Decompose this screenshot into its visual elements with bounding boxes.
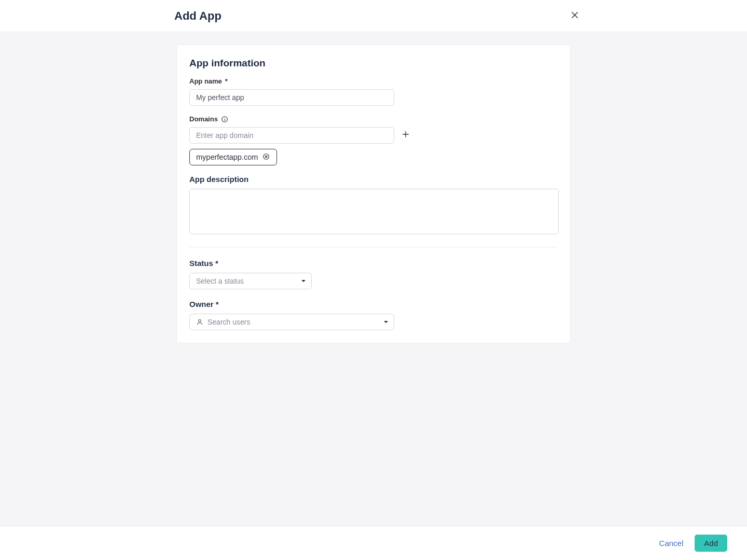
status-placeholder: Select a status <box>196 277 244 285</box>
close-icon <box>570 10 579 22</box>
required-marker: * <box>225 77 228 85</box>
svg-point-4 <box>224 117 225 118</box>
chevron-down-icon <box>383 317 389 327</box>
field-description: App description <box>189 175 558 236</box>
page-header: Add App <box>0 0 747 32</box>
domain-chip: myperfectapp.com <box>189 149 277 165</box>
footer-bar: Cancel Add <box>0 526 747 560</box>
owner-placeholder: Search users <box>208 318 250 326</box>
field-app-name: App name * <box>189 77 558 106</box>
cancel-button[interactable]: Cancel <box>659 539 684 548</box>
app-name-input[interactable] <box>189 89 394 106</box>
add-domain-button[interactable] <box>400 130 411 141</box>
info-icon[interactable] <box>221 116 228 123</box>
chevron-down-icon <box>301 276 306 286</box>
content-area: App information App name * Domains <box>0 32 747 343</box>
app-info-card: App information App name * Domains <box>176 45 571 343</box>
label-status: Status * <box>189 259 558 268</box>
field-domains: Domains myperfectapp.com <box>189 115 558 165</box>
field-owner: Owner * Search users <box>189 300 558 330</box>
plus-icon <box>402 130 410 141</box>
remove-domain-button[interactable] <box>262 153 270 161</box>
section-title-app-info: App information <box>189 58 558 69</box>
domain-chip-label: myperfectapp.com <box>196 153 258 161</box>
label-domains: Domains <box>189 115 558 123</box>
description-textarea[interactable] <box>189 189 559 234</box>
x-circle-icon <box>262 153 270 162</box>
field-status: Status * Select a status <box>189 259 558 289</box>
owner-select[interactable]: Search users <box>189 314 394 330</box>
status-select[interactable]: Select a status <box>189 273 312 289</box>
divider <box>189 247 558 247</box>
page-title: Add App <box>174 9 222 23</box>
domain-input[interactable] <box>189 127 394 144</box>
domain-input-row <box>189 127 558 144</box>
user-icon <box>196 318 203 326</box>
label-description: App description <box>189 175 558 184</box>
close-button[interactable] <box>568 9 582 23</box>
label-owner: Owner * <box>189 300 558 309</box>
svg-point-10 <box>199 319 201 322</box>
add-button[interactable]: Add <box>695 535 727 552</box>
label-app-name: App name * <box>189 77 558 85</box>
